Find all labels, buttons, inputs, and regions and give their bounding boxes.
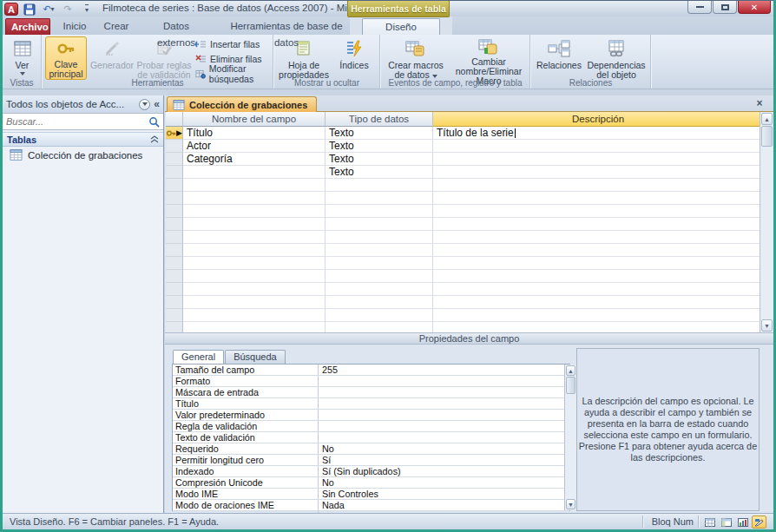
field-type-cell[interactable]: Texto — [326, 166, 433, 179]
maximize-button[interactable] — [713, 1, 737, 14]
field-type-cell[interactable] — [326, 205, 433, 218]
field-name-cell[interactable] — [183, 244, 326, 257]
field-name-cell[interactable] — [183, 218, 326, 231]
field-desc-cell[interactable] — [433, 309, 764, 322]
field-type-cell[interactable] — [326, 244, 433, 257]
tab-crear[interactable]: Crear — [97, 18, 135, 35]
property-value[interactable] — [319, 376, 569, 386]
tab-general[interactable]: General — [173, 350, 224, 365]
scroll-up-icon[interactable]: ▲ — [566, 365, 575, 376]
row-selector[interactable] — [166, 166, 183, 179]
customize-qat-button[interactable]: ▾ — [79, 3, 95, 16]
tab-busqueda[interactable]: Búsqueda — [225, 350, 286, 364]
search-input[interactable] — [3, 116, 145, 127]
property-label[interactable]: Permitir longitud cero — [173, 455, 319, 465]
scroll-down-icon[interactable]: ▼ — [566, 499, 575, 509]
row-selector[interactable] — [166, 140, 183, 153]
generador-button[interactable]: Generador — [89, 36, 135, 80]
property-label[interactable]: Regla de validación — [173, 421, 319, 431]
undo-button[interactable]: ↶▾ — [41, 3, 56, 16]
property-label[interactable]: Título — [173, 398, 319, 409]
field-type-cell[interactable] — [326, 257, 433, 270]
field-desc-cell[interactable] — [433, 166, 764, 179]
property-label[interactable]: Tamaño del campo — [173, 365, 319, 375]
field-name-cell[interactable] — [183, 166, 326, 179]
header-tipo-datos[interactable]: Tipo de datos — [326, 112, 433, 127]
field-name-cell[interactable] — [183, 231, 326, 244]
nav-pane-header[interactable]: Todos los objetos de Acc... « — [3, 95, 163, 114]
row-selector[interactable] — [166, 257, 183, 270]
field-name-cell[interactable] — [183, 179, 326, 192]
clave-principal-button[interactable]: Clave principal — [45, 36, 87, 80]
row-selector[interactable] — [166, 283, 183, 296]
property-label[interactable]: Requerido — [173, 443, 319, 454]
property-label[interactable]: Modo IME — [173, 489, 319, 499]
row-selector[interactable] — [166, 309, 183, 322]
field-type-cell[interactable]: Texto — [326, 127, 433, 140]
field-name-cell[interactable] — [183, 205, 326, 218]
row-selector[interactable] — [166, 179, 183, 192]
header-descripcion[interactable]: Descripción — [433, 112, 764, 127]
property-value[interactable]: Sí — [319, 455, 569, 465]
property-scrollbar[interactable]: ▲ ▼ — [564, 365, 576, 510]
access-logo-icon[interactable]: A — [4, 3, 18, 16]
property-value[interactable]: Sin Controles — [319, 489, 569, 499]
row-selector[interactable] — [166, 231, 183, 244]
row-selector[interactable] — [166, 296, 183, 309]
field-type-cell[interactable] — [326, 218, 433, 231]
tab-herramientas-bd[interactable]: Herramientas de base de datos — [217, 18, 356, 35]
relaciones-button[interactable]: Relaciones — [534, 36, 584, 80]
tab-inicio[interactable]: Inicio — [55, 18, 95, 35]
field-desc-cell[interactable] — [433, 283, 764, 296]
property-label[interactable]: Modo de oraciones IME — [173, 500, 319, 510]
row-selector[interactable] — [166, 322, 183, 332]
property-label[interactable]: Texto de validación — [173, 432, 319, 443]
property-value[interactable] — [319, 421, 569, 431]
nav-section-tablas[interactable]: Tablas — [3, 132, 163, 147]
field-desc-cell[interactable] — [433, 179, 764, 192]
property-value[interactable]: No — [319, 443, 569, 454]
field-type-cell[interactable]: Texto — [326, 140, 433, 153]
row-selector[interactable] — [166, 244, 183, 257]
field-desc-cell[interactable] — [433, 270, 764, 283]
field-desc-cell[interactable] — [433, 192, 764, 205]
pivottable-view-icon[interactable] — [719, 516, 733, 529]
property-value[interactable]: Nada — [319, 500, 569, 510]
field-type-cell[interactable] — [326, 231, 433, 244]
datasheet-view-icon[interactable] — [702, 516, 717, 529]
field-desc-cell[interactable] — [433, 218, 764, 231]
save-button[interactable] — [22, 3, 37, 16]
row-selector[interactable] — [166, 153, 183, 166]
row-selector[interactable] — [166, 192, 183, 205]
design-view-icon[interactable] — [752, 516, 766, 529]
header-nombre-campo[interactable]: Nombre del campo — [183, 112, 326, 127]
pivotchart-view-icon[interactable] — [735, 516, 750, 529]
cambiar-nombre-macro-button[interactable]: Cambiar nombre/Eliminar Macro — [449, 36, 529, 80]
field-desc-cell[interactable] — [433, 322, 764, 332]
field-name-cell[interactable]: Actor — [183, 140, 326, 153]
grid-vertical-scrollbar[interactable]: ▲ ▼ — [760, 112, 773, 332]
field-desc-cell[interactable] — [433, 244, 764, 257]
indices-button[interactable]: Índices — [333, 36, 375, 80]
search-icon[interactable] — [145, 116, 163, 128]
row-selector[interactable]: ▶ — [166, 127, 183, 140]
field-desc-cell[interactable]: Título de la serie — [433, 127, 764, 140]
field-desc-cell[interactable] — [433, 296, 764, 309]
property-label[interactable]: Formato — [173, 376, 319, 386]
field-name-cell[interactable] — [183, 192, 326, 205]
field-desc-cell[interactable] — [433, 231, 764, 244]
field-name-cell[interactable] — [183, 257, 326, 270]
field-name-cell[interactable] — [183, 283, 326, 296]
field-desc-cell[interactable] — [433, 257, 764, 270]
field-name-cell[interactable] — [183, 322, 326, 332]
field-name-cell[interactable] — [183, 270, 326, 283]
field-type-cell[interactable] — [326, 283, 433, 296]
close-button[interactable]: ✕ — [738, 1, 771, 14]
field-type-cell[interactable] — [326, 192, 433, 205]
field-desc-cell[interactable] — [433, 205, 764, 218]
insertar-filas-button[interactable]: Insertar filas — [195, 38, 286, 50]
property-value[interactable]: No — [319, 477, 569, 488]
field-type-cell[interactable] — [326, 270, 433, 283]
document-tab[interactable]: Colección de grabaciones — [167, 96, 317, 112]
crear-macros-button[interactable]: Crear macros de datos — [385, 36, 447, 80]
